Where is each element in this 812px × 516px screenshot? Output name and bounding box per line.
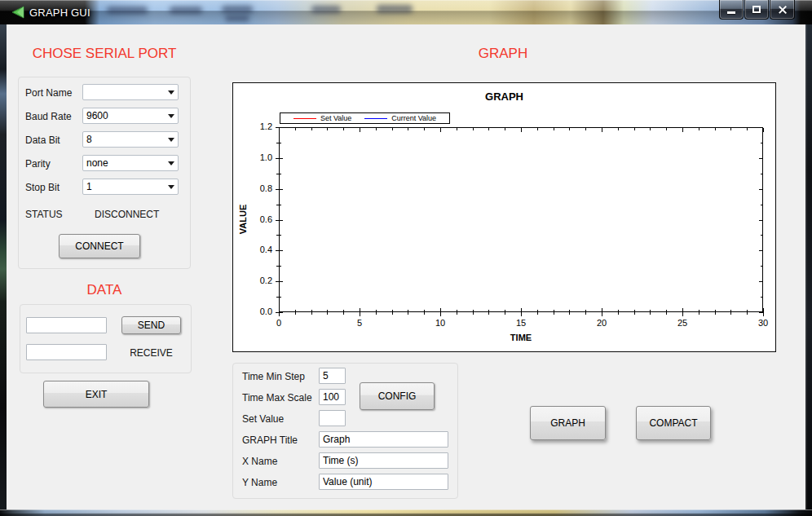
send-button[interactable]: SEND — [121, 316, 181, 334]
serial-field-label-data-bit: Data Bit — [25, 135, 60, 146]
series-plot — [279, 127, 763, 312]
minimize-button[interactable] — [719, 0, 744, 20]
config-field-label-x-name: X Name — [242, 456, 277, 467]
chart-panel: GRAPH Set ValueCurrent Value 05101520253… — [232, 82, 776, 352]
y-tick-label: 0.2 — [241, 276, 272, 285]
combo-value: 8 — [83, 134, 164, 145]
x-tick-label: 25 — [670, 318, 695, 328]
combo-port-name[interactable] — [82, 84, 179, 100]
desktop-blur-artifact — [225, 15, 249, 21]
data-section-header: DATA — [18, 282, 191, 298]
serial-field-label-baud-rate: Baud Rate — [25, 111, 72, 122]
connect-button[interactable]: CONNECT — [59, 234, 140, 258]
window-border-bottom — [0, 509, 812, 516]
y-tick-label: 1.0 — [241, 152, 272, 162]
window-border-left — [0, 24, 7, 509]
serial-section-header: CHOSE SERIAL PORT — [18, 46, 191, 62]
maximize-button[interactable] — [744, 0, 769, 20]
config-field-label-time-max-scale: Time Max Scale — [242, 392, 312, 404]
config-input-set-value[interactable] — [319, 410, 346, 426]
graph-section-header: GRAPH — [421, 46, 585, 62]
serial-groupbox: STATUS DISCONNECT CONNECT Port NameBaud … — [18, 77, 191, 269]
axis-tick — [763, 308, 764, 316]
config-field-label-time-min-step: Time Min Step — [242, 371, 305, 382]
window-border-right — [805, 24, 812, 509]
serial-field-label-port-name: Port Name — [25, 87, 72, 99]
chevron-down-icon — [164, 161, 178, 165]
config-groupbox: CONFIG Time Min StepTime Max ScaleSet Va… — [232, 363, 458, 499]
combo-value: 9600 — [83, 110, 164, 121]
chevron-down-icon — [164, 90, 178, 95]
x-tick-label: 15 — [509, 318, 533, 328]
titlebar[interactable]: GRAPH GUI — [0, 0, 812, 24]
minimize-icon — [727, 11, 735, 14]
graph-button[interactable]: GRAPH — [530, 406, 606, 440]
combo-stop-bit[interactable]: 1 — [82, 179, 179, 195]
caption-buttons — [719, 0, 796, 20]
compact-button[interactable]: COMPACT — [636, 406, 711, 440]
axis-tick — [276, 312, 283, 313]
combo-parity[interactable]: none — [82, 155, 179, 171]
receive-label: RECEIVE — [121, 347, 181, 359]
x-tick-label: 0 — [267, 318, 291, 328]
config-input-time-min-step[interactable] — [319, 368, 346, 384]
x-tick-label: 5 — [347, 318, 372, 328]
desktop-blur-artifact — [107, 7, 148, 14]
config-field-label-y-name: Y Name — [242, 477, 277, 488]
app-window: GRAPH GUI CHOSE SERIAL PORT STATUS DISCO… — [0, 0, 812, 516]
titlebar-highlight — [0, 0, 812, 1]
serial-field-label-stop-bit: Stop Bit — [25, 182, 60, 193]
config-input-y-name[interactable] — [319, 474, 448, 490]
y-tick-label: 0.8 — [241, 183, 272, 193]
desktop-blur-artifact — [170, 7, 202, 14]
combo-baud-rate[interactable]: 9600 — [82, 108, 179, 124]
combo-data-bit[interactable]: 8 — [82, 131, 179, 148]
serial-field-label-parity: Parity — [25, 158, 51, 170]
close-icon — [778, 5, 788, 15]
x-axis-title: TIME — [279, 333, 763, 342]
desktop-blur-artifact — [377, 5, 413, 13]
combo-value: 1 — [83, 181, 164, 192]
close-button[interactable] — [770, 0, 795, 20]
desktop-blur-artifact — [222, 6, 253, 13]
axis-tick — [763, 128, 764, 132]
config-input-time-max-scale[interactable] — [319, 389, 346, 405]
config-input-x-name[interactable] — [319, 452, 448, 469]
app-icon — [9, 6, 24, 19]
chevron-down-icon — [164, 138, 178, 142]
send-input[interactable] — [26, 317, 107, 333]
client-area: CHOSE SERIAL PORT STATUS DISCONNECT CONN… — [7, 24, 805, 509]
maximize-icon — [752, 6, 761, 13]
x-tick-label: 20 — [589, 318, 614, 328]
config-field-label-graph-title: GRAPH Title — [242, 434, 298, 446]
x-tick-label: 10 — [428, 318, 452, 328]
status-value: DISCONNECT — [95, 209, 159, 220]
y-tick-label: 0.0 — [241, 307, 272, 316]
data-groupbox: SEND RECEIVE — [20, 304, 192, 373]
axis-tick — [759, 312, 763, 313]
x-tick-label: 30 — [751, 318, 775, 328]
config-field-label-set-value: Set Value — [242, 413, 284, 425]
window-title: GRAPH GUI — [29, 7, 90, 19]
chevron-down-icon — [164, 185, 178, 189]
y-tick-label: 1.2 — [241, 121, 272, 131]
status-label: STATUS — [25, 209, 63, 220]
chevron-down-icon — [164, 114, 178, 118]
y-tick-label: 0.4 — [241, 245, 272, 254]
exit-button[interactable]: EXIT — [43, 381, 149, 408]
combo-value: none — [83, 157, 164, 169]
receive-input[interactable] — [26, 344, 107, 360]
y-axis-title: VALUE — [238, 205, 248, 234]
desktop-blur-artifact — [311, 6, 341, 13]
config-input-graph-title[interactable] — [319, 431, 448, 448]
config-button[interactable]: CONFIG — [360, 382, 435, 410]
